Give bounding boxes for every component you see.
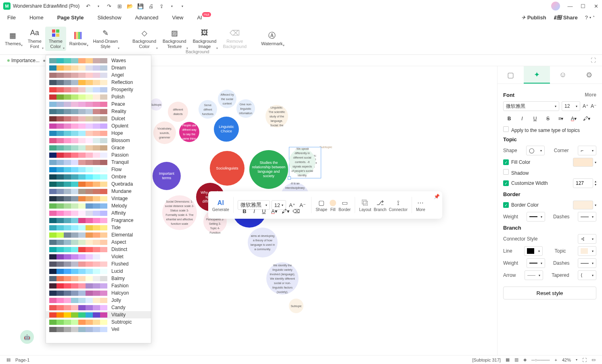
- align-btn[interactable]: ≡▾: [555, 113, 567, 124]
- ribbon-theme-font[interactable]: AaTheme Font▾: [24, 27, 45, 51]
- panel-tab-style[interactable]: ▢: [497, 66, 524, 84]
- branch-topic-color[interactable]: ▾: [578, 246, 596, 256]
- width-input[interactable]: [573, 178, 593, 188]
- fill-color-swatch[interactable]: [573, 158, 593, 167]
- expand-canvas-icon[interactable]: ⛶: [591, 57, 599, 63]
- theme-row-violet[interactable]: Violet: [46, 253, 151, 260]
- theme-row-fragrance[interactable]: Fragrance: [46, 217, 151, 224]
- bubble-linguistic-choice[interactable]: Linguistic Choice: [214, 117, 239, 142]
- theme-row-fashion[interactable]: Fashion: [46, 282, 151, 289]
- bubble-ling-soc[interactable]: Linguistic: The scientific study of the …: [265, 105, 288, 128]
- float-fill[interactable]: Fill: [330, 199, 336, 212]
- border-weight-select[interactable]: ▾: [527, 212, 545, 222]
- collapse-ribbon-icon[interactable]: ˄: [593, 15, 595, 20]
- theme-row-hope[interactable]: Hope: [46, 130, 151, 137]
- fill-color-checkbox[interactable]: ✓Fill Color: [503, 159, 530, 165]
- connector-style-select[interactable]: ⊰▾: [578, 234, 596, 244]
- theme-row-flushed[interactable]: Flushed: [46, 260, 151, 268]
- decrease-font-btn[interactable]: A⁻: [591, 103, 596, 109]
- bubble-subtopic-bottom[interactable]: Subtopic: [289, 299, 303, 313]
- theme-row-balmy[interactable]: Balmy: [46, 275, 151, 282]
- help-button[interactable]: ?▾: [585, 15, 591, 21]
- theme-row-elemental[interactable]: Elemental: [46, 231, 151, 238]
- bubble-identify[interactable]: We identify the linguistic variety invol…: [266, 262, 299, 295]
- float-layout[interactable]: ⿻Layout: [359, 199, 371, 212]
- border-color-swatch[interactable]: [573, 201, 593, 209]
- zoom-caret-icon[interactable]: ▾: [576, 358, 577, 362]
- bubble-diff-dialects[interactable]: different dialects: [168, 102, 188, 122]
- theme-row-veil[interactable]: Veil: [46, 326, 151, 333]
- ribbon-watermark[interactable]: ⒶWatermark▾: [258, 29, 286, 48]
- theme-row-lucid[interactable]: Lucid: [46, 268, 151, 275]
- font-color-icon[interactable]: A▾: [270, 208, 279, 214]
- view-2-icon[interactable]: ▥: [514, 357, 518, 362]
- theme-row-vintage[interactable]: Vintage: [46, 195, 151, 202]
- font-family-select[interactable]: 微软雅黑▾: [503, 101, 559, 111]
- zoom-value[interactable]: 42%: [562, 358, 571, 362]
- zoom-slider[interactable]: ─○────: [531, 358, 550, 362]
- font-size-select[interactable]: 12▾: [562, 101, 580, 111]
- menu-page-style[interactable]: Page Style: [57, 15, 84, 21]
- ribbon-themes[interactable]: ▦Themes▾: [2, 29, 24, 48]
- user-avatar[interactable]: [551, 2, 560, 10]
- reset-style-button[interactable]: Reset style: [503, 287, 596, 299]
- decrease-font-icon[interactable]: A⁻: [298, 202, 307, 208]
- branch-dashes-select[interactable]: ▾: [578, 258, 596, 268]
- bubble-speakdiff[interactable]: -We speak differently in different socia…: [289, 149, 316, 175]
- theme-row-dulcet[interactable]: Dulcet: [46, 115, 151, 122]
- theme-row-reality[interactable]: Reality: [46, 108, 151, 115]
- chat-assistant-button[interactable]: 🤖: [20, 330, 34, 344]
- increase-font-icon[interactable]: A⁺: [288, 202, 297, 208]
- bold-icon[interactable]: B: [240, 208, 249, 214]
- theme-row-dream[interactable]: Dream: [46, 64, 151, 71]
- undo-caret-icon[interactable]: ▾: [95, 2, 102, 10]
- theme-row-halcyon[interactable]: Halcyon: [46, 289, 151, 297]
- ribbon-theme-color[interactable]: Theme Color▾: [45, 27, 66, 51]
- pin-icon[interactable]: 📌: [434, 194, 440, 199]
- text-color-btn[interactable]: A▾: [568, 113, 580, 124]
- new-icon[interactable]: ⊞: [116, 2, 123, 10]
- float-connector[interactable]: ⟟Connector: [389, 199, 408, 212]
- ribbon-bg-image[interactable]: 🖼Background Image▾: [190, 27, 220, 51]
- highlight-icon[interactable]: 🖍▾: [281, 208, 291, 214]
- border-dashes-select[interactable]: ▾: [578, 212, 596, 222]
- panel-tab-icons[interactable]: ☺: [550, 66, 576, 84]
- tapered-select[interactable]: ⟨▾: [578, 270, 596, 280]
- highlight-btn[interactable]: 🖍▾: [581, 113, 593, 124]
- share-button[interactable]: �኿ Share: [554, 15, 578, 21]
- float-more[interactable]: ⋯More: [416, 199, 425, 212]
- view-3-icon[interactable]: ◈: [523, 357, 527, 362]
- theme-row-angel[interactable]: Angel: [46, 71, 151, 79]
- bubble-people-use[interactable]: People use diffrent way to say the same …: [179, 122, 199, 142]
- italic-btn[interactable]: I: [516, 113, 528, 124]
- page-label[interactable]: Page-1: [15, 358, 29, 362]
- apply-same-checkbox[interactable]: Apply to the same type of topics: [503, 126, 580, 133]
- corner-select[interactable]: ⌐▾: [578, 146, 596, 155]
- underline-btn[interactable]: U: [529, 113, 541, 124]
- italic-icon[interactable]: I: [250, 208, 258, 214]
- branch-weight-select[interactable]: ▾: [527, 258, 545, 268]
- maximize-icon[interactable]: ☐: [580, 3, 586, 9]
- line-color-select[interactable]: ▾: [524, 246, 543, 256]
- bubble-vocab[interactable]: Vocabulary, sounds, grammer: [153, 121, 176, 144]
- menu-slideshow[interactable]: Slideshow: [97, 15, 121, 21]
- arrow-select[interactable]: ▾: [525, 270, 543, 280]
- bubble-socialdim[interactable]: Social Dimensions: 1-social distance sca…: [162, 195, 197, 230]
- theme-row-opulent[interactable]: Opulent: [46, 122, 151, 130]
- export-icon[interactable]: ⇪: [158, 2, 165, 10]
- zoom-out-icon[interactable]: +: [555, 358, 557, 362]
- ribbon-hand-drawn[interactable]: ✎Hand-Drawn Style▾: [90, 27, 121, 51]
- menu-advanced[interactable]: Advanced: [135, 15, 159, 21]
- bubble-sociolinguists[interactable]: Sociolinguists: [210, 151, 245, 186]
- ai-generate-button[interactable]: AI Generate: [212, 199, 229, 212]
- print-icon[interactable]: 🖨: [147, 2, 155, 10]
- view-1-icon[interactable]: ▦: [506, 357, 510, 362]
- undo-icon[interactable]: ↶: [84, 2, 92, 10]
- fit-screen-icon[interactable]: ⛶: [582, 358, 587, 362]
- menu-file[interactable]: File: [7, 15, 16, 21]
- float-shape[interactable]: ▢Shape: [316, 199, 327, 212]
- menu-home[interactable]: Home: [29, 15, 44, 21]
- theme-row-polish[interactable]: Polish: [46, 93, 151, 100]
- theme-row-subtropic[interactable]: Subtropic: [46, 318, 151, 326]
- doc-tab[interactable]: Importance... ●: [3, 58, 50, 63]
